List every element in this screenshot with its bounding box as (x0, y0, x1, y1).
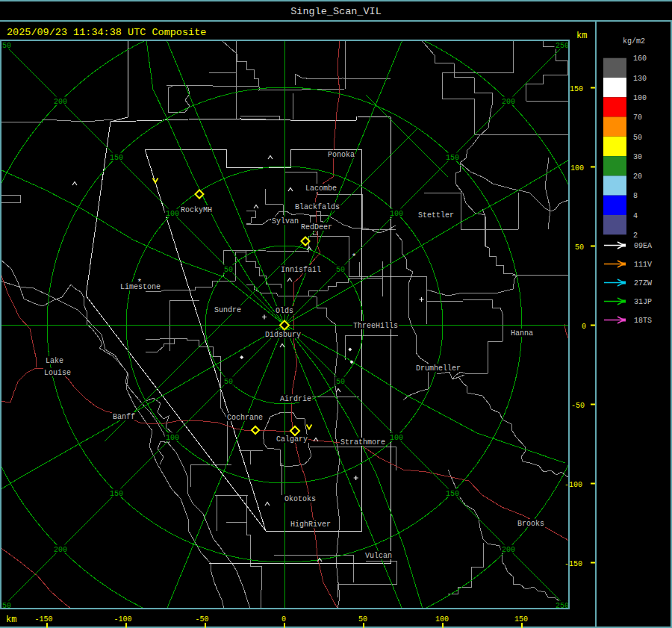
svg-text:27ZW: 27ZW (634, 279, 652, 287)
svg-text:Drumheller: Drumheller (416, 364, 461, 373)
svg-text:*: * (352, 252, 357, 261)
svg-text:100: 100 (570, 164, 584, 172)
svg-text:160: 160 (633, 55, 647, 63)
svg-text:200: 200 (502, 98, 515, 106)
svg-text:Airdrie: Airdrie (280, 395, 311, 403)
svg-text:-50: -50 (195, 615, 208, 624)
svg-text:150: 150 (446, 154, 459, 162)
svg-text:30: 30 (633, 153, 642, 161)
svg-text:*: * (137, 278, 142, 287)
svg-text:2: 2 (633, 231, 638, 240)
svg-text:Okotoks: Okotoks (284, 495, 316, 503)
svg-text:150: 150 (570, 85, 583, 93)
svg-text:150: 150 (110, 154, 123, 162)
svg-text:Lacombe: Lacombe (305, 184, 337, 193)
svg-text:Vulcan: Vulcan (365, 552, 392, 560)
svg-text:Didsbury: Didsbury (265, 331, 301, 339)
svg-text:2025/09/23 11:34:38 UTC Compos: 2025/09/23 11:34:38 UTC Composite (7, 27, 206, 38)
svg-text:kg/m2: kg/m2 (623, 37, 645, 46)
svg-text:70: 70 (633, 114, 642, 122)
svg-text:Strathmore: Strathmore (340, 438, 385, 447)
svg-text:Calgary: Calgary (276, 435, 308, 444)
svg-text:Single_Scan_VIL: Single_Scan_VIL (290, 6, 382, 17)
svg-text:Innisfail: Innisfail (281, 266, 321, 274)
svg-text:-100: -100 (113, 615, 131, 624)
svg-text:0: 0 (582, 323, 586, 331)
svg-text:RockyMH: RockyMH (181, 206, 212, 214)
svg-text:50: 50 (575, 243, 584, 252)
svg-text:Banff: Banff (113, 413, 135, 421)
svg-text:km: km (6, 615, 16, 625)
svg-text:Sundre: Sundre (214, 306, 241, 314)
svg-text:Ponoka: Ponoka (328, 151, 355, 159)
svg-text:100: 100 (390, 210, 403, 218)
svg-text:Stettler: Stettler (418, 211, 454, 220)
svg-text:Louise: Louise (44, 369, 71, 377)
svg-text:100: 100 (166, 434, 179, 442)
svg-text:20: 20 (633, 172, 642, 181)
svg-text:50: 50 (224, 378, 233, 386)
svg-text:130: 130 (633, 75, 647, 83)
svg-text:250: 250 (0, 42, 11, 50)
svg-text:km: km (576, 31, 587, 41)
svg-text:50: 50 (336, 266, 345, 274)
svg-text:-150: -150 (564, 560, 582, 568)
svg-text:Brooks: Brooks (517, 520, 544, 528)
svg-text:100: 100 (435, 615, 449, 624)
svg-text:50: 50 (633, 134, 642, 142)
svg-text:Cochrane: Cochrane (227, 414, 263, 422)
svg-text:Hanna: Hanna (511, 329, 533, 338)
svg-text:-50: -50 (571, 402, 585, 410)
svg-text:-100: -100 (564, 481, 582, 489)
svg-text:RedDeer: RedDeer (301, 223, 332, 231)
svg-text:150: 150 (514, 615, 528, 624)
svg-text:8: 8 (633, 192, 638, 200)
svg-text:31JP: 31JP (634, 298, 652, 306)
svg-text:250: 250 (556, 42, 569, 50)
svg-text:50: 50 (224, 266, 233, 274)
svg-text:09EA: 09EA (634, 242, 652, 250)
svg-text:100: 100 (166, 210, 179, 218)
svg-text:200: 200 (54, 546, 67, 554)
svg-text:Olds: Olds (276, 307, 293, 315)
svg-text:4: 4 (633, 212, 638, 220)
svg-text:100: 100 (633, 94, 647, 102)
svg-text:111V: 111V (634, 261, 652, 269)
svg-text:Sylvan: Sylvan (272, 217, 299, 226)
svg-text:200: 200 (502, 546, 515, 554)
svg-text:150: 150 (110, 490, 123, 498)
svg-text:-150: -150 (34, 615, 52, 624)
svg-text:50: 50 (358, 615, 367, 624)
svg-text:150: 150 (446, 490, 459, 498)
svg-text:HighRiver: HighRiver (290, 520, 331, 529)
svg-text:200: 200 (54, 98, 67, 106)
svg-text:ThreeHills: ThreeHills (353, 322, 398, 330)
svg-text:50: 50 (336, 378, 345, 386)
svg-text:18TS: 18TS (634, 317, 652, 325)
svg-text:100: 100 (390, 434, 403, 442)
svg-text:Lake: Lake (46, 357, 63, 365)
svg-text:Blackfalds: Blackfalds (295, 203, 340, 211)
svg-text:0: 0 (281, 615, 286, 624)
